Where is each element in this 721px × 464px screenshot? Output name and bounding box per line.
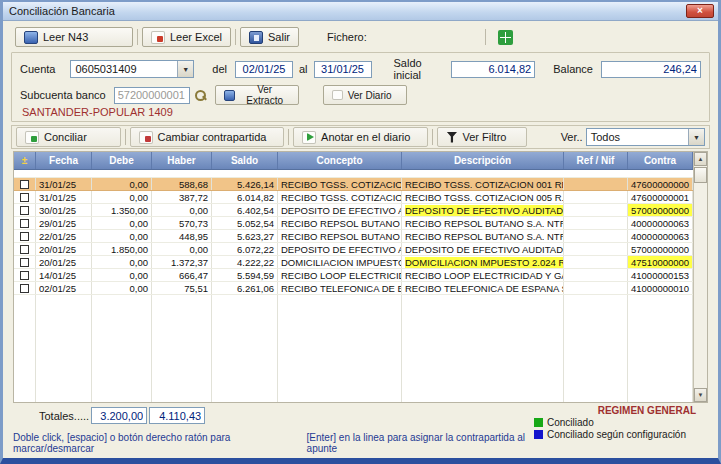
- total-debe-field[interactable]: [91, 407, 147, 424]
- column-header-debe[interactable]: Debe: [92, 152, 152, 169]
- cell-debe: 0,00: [92, 256, 152, 268]
- cell-debe: 0,00: [92, 178, 152, 190]
- saldo-inicial-input[interactable]: [451, 61, 535, 78]
- top-toolbar: Leer N43 Leer Excel Salir Fichero:: [15, 25, 710, 49]
- ver-extracto-label: Ver Extracto: [240, 84, 290, 106]
- date-from-input[interactable]: [235, 61, 293, 78]
- cell-ref-nif: [564, 256, 628, 268]
- table-row[interactable]: 31/01/25 0,00 387,72 6.014,82 RECIBO TGS…: [14, 191, 693, 204]
- filter-icon: [446, 132, 457, 143]
- row-checkbox[interactable]: [20, 271, 29, 280]
- grid-empty-row: [14, 170, 693, 178]
- cell-fecha: 30/01/25: [36, 204, 92, 216]
- cell-contra: 41000000010: [628, 282, 693, 294]
- green-square-icon: [534, 418, 543, 427]
- row-checkbox[interactable]: [20, 232, 29, 241]
- row-checkbox[interactable]: [20, 258, 29, 267]
- cell-contra: 40000000063: [628, 230, 693, 242]
- cell-descripcion: RECIBO REPSOL BUTANO S.A. NTRA. FRA: [402, 230, 564, 242]
- vertical-scrollbar[interactable]: ▲ ▼: [693, 152, 707, 402]
- table-row[interactable]: 22/01/25 0,00 448,95 5.623,27 RECIBO REP…: [14, 230, 693, 243]
- row-checkbox[interactable]: [20, 180, 29, 189]
- cell-fecha: 22/01/25: [36, 230, 92, 242]
- cell-fecha: 31/01/25: [36, 178, 92, 190]
- column-header-haber[interactable]: Haber: [152, 152, 212, 169]
- reconcile-icon: [25, 131, 39, 144]
- cambiar-contrapartida-button[interactable]: Cambiar contrapartida: [130, 127, 285, 147]
- regimen-general-label: REGIMEN GENERAL: [506, 405, 696, 416]
- cell-ref-nif: [564, 217, 628, 229]
- sort-icon[interactable]: ±: [14, 152, 36, 169]
- column-header-fecha[interactable]: Fecha: [36, 152, 92, 169]
- column-header-ref-nif[interactable]: Ref / Nif: [564, 152, 628, 169]
- cell-ref-nif: [564, 230, 628, 242]
- conciliar-button[interactable]: Conciliar: [16, 127, 121, 147]
- del-label: del: [212, 63, 227, 75]
- row-checkbox[interactable]: [20, 284, 29, 293]
- total-haber-field[interactable]: [149, 407, 205, 424]
- printer-icon: [332, 90, 343, 100]
- subcuenta-input[interactable]: [114, 87, 190, 104]
- row-checkbox[interactable]: [20, 206, 29, 215]
- cell-concepto: RECIBO TGSS. COTIZACION 005: [278, 191, 402, 203]
- scroll-up-icon[interactable]: ▲: [694, 152, 707, 166]
- excel-file-icon[interactable]: [498, 30, 513, 45]
- cuenta-label: Cuenta: [20, 63, 70, 75]
- table-row[interactable]: 30/01/25 1.350,00 0,00 6.402,54 DEPOSITO…: [14, 204, 693, 217]
- cell-ref-nif: [564, 178, 628, 190]
- search-icon[interactable]: [194, 89, 207, 102]
- cuenta-combobox[interactable]: 0605031409 ▼: [70, 60, 194, 78]
- cell-descripcion: DEPOSITO DE EFECTIVO AUDITADO EN: [402, 204, 564, 216]
- separator: [432, 129, 433, 145]
- table-row[interactable]: 20/01/25 1.850,00 0,00 6.072,22 DEPOSITO…: [14, 243, 693, 256]
- disk-icon: [24, 31, 38, 44]
- balance-input[interactable]: [601, 61, 701, 78]
- salir-label: Salir: [268, 31, 290, 43]
- cell-ref-nif: [564, 269, 628, 281]
- cell-concepto: DEPOSITO DE EFECTIVO AUDITA: [278, 243, 402, 255]
- cell-concepto: RECIBO TELEFONICA DE ESPANA: [278, 282, 402, 294]
- table-row[interactable]: 14/01/25 0,00 666,47 5.594,59 RECIBO LOO…: [14, 269, 693, 282]
- row-checkbox[interactable]: [20, 245, 29, 254]
- scroll-down-icon[interactable]: ▼: [694, 388, 707, 402]
- anotar-diario-button[interactable]: Anotar en el diario: [293, 127, 428, 147]
- cell-fecha: 20/01/25: [36, 243, 92, 255]
- salir-button[interactable]: Salir: [240, 27, 299, 47]
- separator: [485, 29, 486, 45]
- scrollbar-thumb[interactable]: [694, 167, 707, 183]
- cell-ref-nif: [564, 282, 628, 294]
- ver-diario-button[interactable]: Ver Diario: [323, 85, 407, 105]
- column-header-contra[interactable]: Contra: [628, 152, 693, 169]
- date-to-input[interactable]: [314, 61, 372, 78]
- change-entry-icon: [139, 131, 153, 144]
- table-row[interactable]: 02/01/25 0,00 75,51 6.261,06 RECIBO TELE…: [14, 282, 693, 295]
- row-checkbox[interactable]: [20, 219, 29, 228]
- leer-excel-button[interactable]: Leer Excel: [142, 27, 231, 47]
- table-row[interactable]: 31/01/25 0,00 588,68 5.426,14 RECIBO TGS…: [14, 178, 693, 191]
- cell-fecha: 14/01/25: [36, 269, 92, 281]
- column-header-saldo[interactable]: Saldo: [212, 152, 278, 169]
- cell-contra: 47510000000: [628, 256, 693, 268]
- ver-filtro-button[interactable]: Ver Filtro: [437, 127, 526, 147]
- ver-combobox[interactable]: Todos ▼: [586, 128, 705, 146]
- cell-saldo: 6.072,22: [212, 243, 278, 255]
- row-checkbox[interactable]: [20, 193, 29, 202]
- cell-saldo: 5.594,59: [212, 269, 278, 281]
- grid-body-rows: 31/01/25 0,00 588,68 5.426,14 RECIBO TGS…: [14, 170, 693, 402]
- column-header-descripcion[interactable]: Descripción: [402, 152, 564, 169]
- table-row[interactable]: 20/01/25 0,00 1.372,37 4.222,22 DOMICILI…: [14, 256, 693, 269]
- cell-contra: 40000000063: [628, 217, 693, 229]
- separator: [288, 129, 289, 145]
- leer-n43-button[interactable]: Leer N43: [15, 27, 133, 47]
- cell-ref-nif: [564, 243, 628, 255]
- client-area: Leer N43 Leer Excel Salir Fichero: Cuent…: [3, 21, 718, 458]
- cell-haber: 570,73: [152, 217, 212, 229]
- legend-block: REGIMEN GENERAL Conciliado Conciliado se…: [506, 405, 696, 440]
- close-button[interactable]: ×: [686, 4, 714, 18]
- table-row[interactable]: 29/01/25 0,00 570,73 5.052,54 RECIBO REP…: [14, 217, 693, 230]
- conciliar-label: Conciliar: [44, 131, 87, 143]
- anotar-label: Anotar en el diario: [321, 131, 410, 143]
- column-header-concepto[interactable]: Concepto: [278, 152, 402, 169]
- balance-label: Balance: [553, 63, 593, 75]
- ver-extracto-button[interactable]: Ver Extracto: [215, 85, 299, 105]
